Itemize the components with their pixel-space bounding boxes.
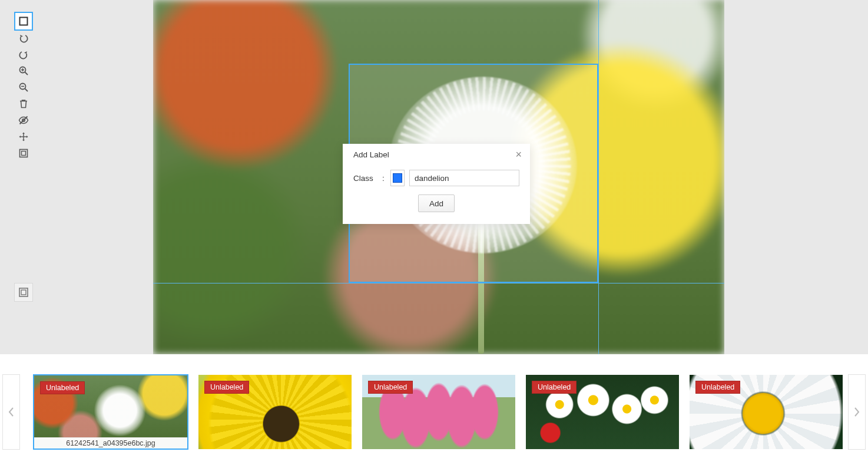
- class-name-input[interactable]: [409, 170, 519, 186]
- status-badge: Unlabeled: [368, 381, 413, 394]
- dialog-header: Add Label ×: [343, 144, 530, 165]
- fullscreen-button[interactable]: [14, 283, 33, 302]
- dialog-title: Add Label: [353, 150, 389, 159]
- svg-rect-0: [20, 18, 28, 25]
- dialog-body: Class : Add: [343, 165, 530, 224]
- add-label-dialog: Add Label × Class : Add: [343, 144, 530, 224]
- thumbnail-item[interactable]: Unlabeled: [198, 374, 352, 450]
- chevron-left-icon: [8, 407, 14, 417]
- rectangle-icon: [18, 16, 29, 27]
- toolbar-secondary: [14, 283, 33, 302]
- trash-icon: [18, 98, 29, 109]
- thumbnail-item[interactable]: Unlabeled: [689, 374, 843, 450]
- eye-off-icon: [18, 115, 29, 126]
- thumbnail-item[interactable]: Unlabeled: [362, 374, 516, 450]
- reset-button[interactable]: [14, 144, 33, 163]
- svg-line-2: [25, 72, 28, 75]
- crosshair-horizontal: [153, 283, 724, 283]
- add-button[interactable]: Add: [418, 194, 455, 212]
- close-icon: ×: [515, 149, 522, 160]
- reset-icon: [18, 148, 29, 159]
- thumbnail-filename: 61242541_a04395e6bc.jpg: [34, 437, 187, 449]
- class-row: Class :: [353, 170, 519, 186]
- svg-rect-14: [19, 288, 28, 296]
- status-badge: Unlabeled: [532, 381, 577, 394]
- dialog-close-button[interactable]: ×: [515, 149, 522, 160]
- toolbar: [14, 12, 33, 160]
- status-badge: Unlabeled: [40, 381, 85, 394]
- annotation-workspace: Add Label × Class : Add: [0, 0, 868, 354]
- svg-rect-13: [22, 151, 26, 156]
- undo-icon: [18, 32, 29, 43]
- redo-icon: [18, 49, 29, 60]
- thumbnail-item[interactable]: Unlabeled 61242541_a04395e6bc.jpg: [33, 374, 188, 450]
- fullscreen-icon: [18, 287, 29, 298]
- thumbnail-item[interactable]: Unlabeled: [525, 374, 680, 450]
- svg-rect-12: [20, 150, 28, 157]
- status-badge: Unlabeled: [204, 381, 249, 394]
- status-badge: Unlabeled: [695, 381, 740, 394]
- svg-rect-15: [21, 290, 26, 295]
- chevron-right-icon: [854, 407, 860, 417]
- color-picker-button[interactable]: [390, 170, 405, 186]
- svg-line-6: [25, 89, 28, 92]
- thumbnail-list: Unlabeled 61242541_a04395e6bc.jpg Unlabe…: [33, 374, 868, 450]
- zoom-out-icon: [18, 82, 29, 93]
- zoom-in-icon: [18, 65, 29, 76]
- move-icon: [18, 131, 29, 142]
- thumbnail-strip: Unlabeled 61242541_a04395e6bc.jpg Unlabe…: [0, 354, 868, 455]
- color-swatch-icon: [393, 173, 402, 183]
- dialog-actions: Add: [353, 194, 519, 212]
- class-field-label: Class: [353, 174, 377, 183]
- thumb-next-button[interactable]: [848, 374, 866, 450]
- colon: :: [382, 174, 385, 183]
- crosshair-vertical: [598, 0, 599, 354]
- thumb-prev-button[interactable]: [2, 374, 20, 450]
